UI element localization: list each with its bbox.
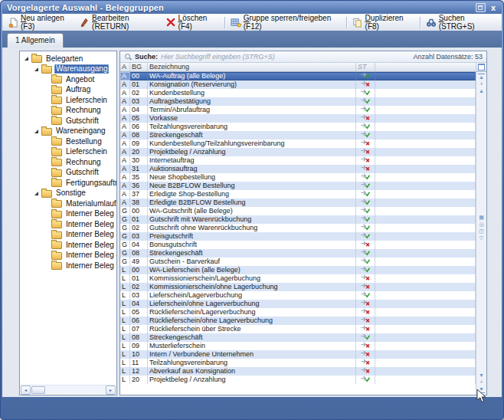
column-header-bezeichnung[interactable]: Bezeichnung (148, 63, 356, 71)
search-input[interactable]: Hier Suchbegriff eingeben (STRG+S) (161, 53, 275, 61)
close-button[interactable]: x (489, 3, 497, 12)
insert-down-icon[interactable]: + (478, 379, 485, 386)
table-row[interactable]: L03Lieferschein/Lagerverbuchung (120, 291, 476, 300)
edit-button[interactable]: Bearbeiten (RETURN) (77, 13, 163, 31)
table-row[interactable]: A08Streckengeschäft (120, 131, 476, 139)
tree-item-interner-beleg-3-pps[interactable]: Interner Beleg 3 (PPS) (20, 240, 116, 251)
restore-button[interactable] (476, 3, 486, 12)
expander-icon[interactable] (33, 66, 40, 73)
table-row[interactable]: L08Streckengeschäft (120, 333, 476, 342)
table-row[interactable]: L02Kommissionierschein/ohne Lagerbuchung (120, 283, 476, 291)
tree-item-gutschrift[interactable]: Gutschrift (20, 168, 116, 179)
table-row[interactable]: L07Rücklieferschein über Strecke (120, 325, 476, 333)
column-header-st[interactable]: ST (356, 63, 375, 71)
tree-item-interner-beleg[interactable]: Interner Beleg (20, 209, 116, 220)
duplicate-button[interactable]: Duplizieren (F8) (350, 13, 417, 31)
table-row[interactable]: A02Kundenbestellung (120, 89, 476, 97)
table-row[interactable]: L20Projektbeleg / Anzahlung (120, 376, 476, 384)
table-row[interactable]: A31Auktionsauftrag (120, 165, 476, 173)
table-row[interactable]: A05Vorkasse (120, 114, 476, 123)
tree-item-warenausgang[interactable]: Warenausgang (20, 64, 116, 75)
table-row[interactable]: A36Neue B2BFLOW Bestellung (120, 182, 476, 190)
tree-item-rechnung[interactable]: Rechnung (20, 157, 116, 168)
table-row[interactable]: L00WA-Lieferschein (alle Belege) (120, 266, 476, 274)
table-row[interactable]: L05Rücklieferschein/Lagerverbuchung (120, 308, 476, 317)
cell-bezeichnung: Streckengeschäft (148, 131, 356, 139)
table-row[interactable]: G02Gutschrift ohne Warenrückbuchung (120, 224, 476, 232)
tree-item-fertigungsauftrag-pps[interactable]: Fertigungsauftrag (PPS) (20, 178, 116, 189)
table-row[interactable]: A03Auftragsbestätigung (120, 97, 476, 106)
insert-up-icon[interactable]: + (478, 81, 485, 87)
tree-item-belegarten[interactable]: Belegarten (20, 54, 116, 64)
table-row[interactable]: L09Musterlieferschein (120, 342, 476, 350)
search-bar[interactable]: Suche: Hier Suchbegriff eingeben (STRG+S… (120, 51, 486, 63)
tree-item-wareneingang[interactable]: Wareneingang (20, 126, 116, 137)
table-row[interactable]: L12Abverkauf aus Konsignation (120, 367, 476, 376)
table-row[interactable]: G01Gutschrift mit Warenrückbuchung (120, 215, 476, 224)
filter-icon[interactable]: ▽ (478, 235, 485, 241)
tree-item-interner-beleg-2-pps[interactable]: Interner Beleg 2 (PPS) (20, 230, 116, 241)
tree-item-rechnung[interactable]: Rechnung (20, 106, 116, 116)
table-row[interactable]: G03Preisgutschrift (120, 232, 476, 241)
table-row[interactable]: A09Kundenbestellung/Teilzahlungsvereinba… (120, 139, 476, 148)
table-row[interactable]: L10Intern / Verbundene Unternehmen (120, 350, 476, 359)
table-row[interactable]: A20Projektbeleg / Anzahlung (120, 148, 476, 156)
scroll-top-icon[interactable]: ▲ (478, 74, 485, 80)
expander-icon[interactable] (33, 190, 40, 197)
tree-item-interner-beleg-5-pps[interactable]: Interner Beleg 5 (PPS) (20, 261, 116, 271)
tree-item-lieferschein[interactable]: Lieferschein (20, 95, 116, 106)
tree-item-interner-beleg-1-pps[interactable]: Interner Beleg 1 (PPS) (20, 219, 116, 230)
tree-item-gutschrift[interactable]: Gutschrift (20, 116, 116, 126)
folder-icon (41, 128, 52, 136)
tree-item-angebot[interactable]: Angebot (20, 74, 116, 85)
folder-icon (51, 97, 62, 104)
expander-icon[interactable] (33, 128, 40, 135)
tree-item-interner-beleg-4-pps[interactable]: Interner Beleg 4 (PPS) (20, 251, 116, 261)
tab-allgemein[interactable]: 1 Allgemein (7, 33, 64, 48)
tree-item-sonstige[interactable]: Sonstige (20, 189, 116, 199)
scroll-right-icon[interactable]: ► (106, 386, 116, 395)
expander-icon[interactable] (23, 55, 30, 62)
table-row[interactable]: A35Neue Shopbestellung (120, 173, 476, 182)
scrollbar-thumb[interactable] (31, 386, 45, 394)
table-row[interactable]: A37Erledigte Shop-Bestellung (120, 190, 476, 199)
table-row[interactable]: L04Lieferschein/ohne Lagerverbuchung (120, 300, 476, 308)
table-row[interactable]: A30Internetauftrag (120, 156, 476, 165)
tree-item-materialumlauf-reparatur[interactable]: Materialumlauf/Reparatur (20, 199, 116, 209)
column-header-bg[interactable]: BG (130, 63, 148, 71)
table-row[interactable]: G49Gutschein - Barverkauf (120, 258, 476, 266)
zoom-icon[interactable]: ◎ (478, 221, 485, 228)
new-button[interactable]: Neu anlegen (F3) (5, 13, 77, 31)
table-row[interactable]: A04Termin/Abrufauftrag (120, 106, 476, 114)
folder-icon (51, 159, 62, 166)
table-row[interactable]: L06Rücklieferschein/ohne Lagerverbuchung (120, 317, 476, 325)
column-options-icon[interactable] (478, 64, 485, 71)
table-row[interactable]: L01Kommissionierschein/Lagerbuchung (120, 274, 476, 283)
table-row[interactable]: L11Teilzahlungsvereinbarung (120, 359, 476, 367)
expander-spacer (43, 117, 50, 124)
column-header-a[interactable]: A (120, 63, 130, 71)
scroll-up-icon[interactable]: ▲ (478, 88, 485, 94)
table-row[interactable]: G08Streckengeschäft (120, 249, 476, 258)
tree-item-lieferschein[interactable]: Lieferschein (20, 147, 116, 158)
scroll-left-icon[interactable]: ◄ (21, 386, 31, 395)
search-button[interactable]: Suchen (STRG+S) (424, 13, 499, 31)
grid-view-icon[interactable]: ▦ (478, 215, 485, 221)
tree-item-auftrag[interactable]: Auftrag (20, 85, 116, 96)
status-released-icon (356, 376, 375, 384)
delete-button[interactable]: Löschen (F4) (163, 13, 221, 31)
table-row[interactable]: A00WA-Auftrag (alle Belege) (120, 72, 476, 80)
table-row[interactable]: A06Teilzahlungsvereinbarung (120, 123, 476, 131)
table-row[interactable]: A38Erledigte B2BFLOW Bestellung (120, 199, 476, 207)
group-lock-button[interactable]: Gruppe sperren/freigeben (F12) (228, 13, 343, 31)
scroll-down-icon[interactable]: ▼ (478, 372, 485, 379)
expander-spacer (43, 169, 50, 176)
table-row[interactable]: A01Konsignation (Reservierung) (120, 80, 476, 89)
cell-art: L (120, 376, 130, 384)
cell-bezeichnung: Teilzahlungsvereinbarung (148, 123, 356, 131)
table-row[interactable]: G04Bonusgutschrift (120, 241, 476, 249)
table-row[interactable]: G00WA-Gutschrift (alle Belege) (120, 207, 476, 215)
record-view-icon[interactable]: ◫ (478, 228, 485, 235)
tree-item-bestellung[interactable]: Bestellung (20, 136, 116, 147)
tree-horizontal-scrollbar[interactable]: ◄ ► (21, 385, 116, 394)
